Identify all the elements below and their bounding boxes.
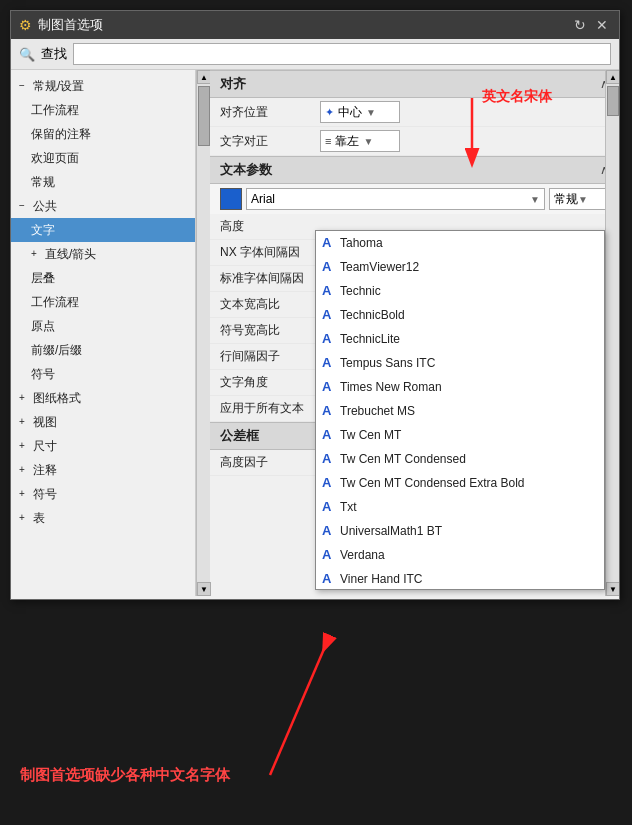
font-item-universalmath1-bt[interactable]: A UniversalMath1 BT: [316, 519, 604, 543]
std-font-gap-label: 标准字体间隔因: [220, 270, 320, 287]
font-list-scroll[interactable]: A Tahoma A TeamViewer12 A Technic A Tech…: [316, 231, 604, 589]
sidebar-item-general-settings[interactable]: − 常规/设置: [11, 74, 195, 98]
font-item-name: Tw Cen MT Condensed Extra Bold: [340, 473, 525, 493]
font-item-technicbold[interactable]: A TechnicBold: [316, 303, 604, 327]
font-item-techniclite[interactable]: A TechnicLite: [316, 327, 604, 351]
sidebar-item-label: 常规/设置: [33, 76, 84, 96]
font-item-technic[interactable]: A Technic: [316, 279, 604, 303]
font-a-icon: A: [322, 377, 336, 397]
alignment-position-label: 对齐位置: [220, 104, 320, 121]
sidebar-item-general[interactable]: 常规: [11, 170, 195, 194]
scroll-down-btn[interactable]: ▼: [606, 582, 619, 596]
font-style-dropdown[interactable]: 常规 ▼: [549, 188, 609, 210]
font-item-name: Times New Roman: [340, 377, 442, 397]
sidebar-item-workflow2[interactable]: 工作流程: [11, 290, 195, 314]
sidebar-item-saved-notes[interactable]: 保留的注释: [11, 122, 195, 146]
font-color-swatch[interactable]: [220, 188, 242, 210]
alignment-position-dropdown[interactable]: ✦ 中心 ▼: [320, 101, 400, 123]
scroll-track: [197, 148, 210, 582]
text-angle-label: 文字角度: [220, 374, 320, 391]
dropdown-arrow-icon: ▼: [530, 194, 540, 205]
scroll-up-btn[interactable]: ▲: [197, 70, 211, 84]
scroll-down-btn[interactable]: ▼: [197, 582, 211, 596]
font-item-tahoma[interactable]: A Tahoma: [316, 231, 604, 255]
font-name-value: Arial: [251, 192, 275, 206]
text-params-section-header: 文本参数 ∧: [210, 156, 619, 184]
sidebar-item-table[interactable]: + 表: [11, 506, 195, 530]
font-a-icon: A: [322, 305, 336, 325]
font-item-name: Tw Cen MT: [340, 425, 401, 445]
sidebar-item-welcome-page[interactable]: 欢迎页面: [11, 146, 195, 170]
sidebar-item-symbol[interactable]: 符号: [11, 362, 195, 386]
expand-icon: +: [19, 388, 31, 408]
sidebar-item-symbol2[interactable]: + 符号: [11, 482, 195, 506]
dropdown-arrow-icon: ▼: [363, 136, 373, 147]
sidebar-item-line-arrow[interactable]: + 直线/箭头: [11, 242, 195, 266]
justify-value: 靠左: [335, 133, 359, 150]
sidebar-item-dimension[interactable]: + 尺寸: [11, 434, 195, 458]
alignment-title: 对齐: [220, 75, 246, 93]
sidebar-item-layer[interactable]: 层叠: [11, 266, 195, 290]
sidebar: − 常规/设置 工作流程 保留的注释 欢迎页面 常规 − 公共 文字: [11, 70, 196, 596]
close-button[interactable]: ✕: [593, 17, 611, 33]
expand-icon: +: [19, 412, 31, 432]
dropdown-arrow-icon: ▼: [366, 107, 376, 118]
search-input[interactable]: [73, 43, 611, 65]
font-a-icon: A: [322, 521, 336, 541]
font-item-tw-cen-mt-condensed-extra-bold[interactable]: A Tw Cen MT Condensed Extra Bold: [316, 471, 604, 495]
font-item-name: Tahoma: [340, 233, 383, 253]
sidebar-item-workflow[interactable]: 工作流程: [11, 98, 195, 122]
sidebar-item-origin[interactable]: 原点: [11, 314, 195, 338]
restore-button[interactable]: ↻: [571, 17, 589, 33]
sidebar-scrollbar[interactable]: ▲ ▼: [196, 70, 210, 596]
font-a-icon: A: [322, 425, 336, 445]
text-justify-dropdown[interactable]: ≡ 靠左 ▼: [320, 130, 400, 152]
annotation-bottom-text: 制图首选项缺少各种中文名字体: [20, 766, 230, 785]
font-item-tempus-sans-itc[interactable]: A Tempus Sans ITC: [316, 351, 604, 375]
sidebar-item-label: 前缀/后缀: [31, 340, 82, 360]
sidebar-item-public[interactable]: − 公共: [11, 194, 195, 218]
font-a-icon: A: [322, 449, 336, 469]
sidebar-item-label: 工作流程: [31, 100, 79, 120]
height-label: 高度: [220, 218, 320, 235]
font-name-dropdown[interactable]: Arial ▼: [246, 188, 545, 210]
font-item-trebuchet-ms[interactable]: A Trebuchet MS: [316, 399, 604, 423]
title-bar: ⚙ 制图首选项 ↻ ✕: [11, 11, 619, 39]
font-item-viner-hand-itc[interactable]: A Viner Hand ITC: [316, 567, 604, 589]
sidebar-item-prefix-suffix[interactable]: 前缀/后缀: [11, 338, 195, 362]
text-justify-label: 文字对正: [220, 133, 320, 150]
font-item-txt[interactable]: A Txt: [316, 495, 604, 519]
sidebar-item-label: 注释: [33, 460, 57, 480]
text-ratio-label: 文本宽高比: [220, 296, 320, 313]
font-item-tw-cen-mt[interactable]: A Tw Cen MT: [316, 423, 604, 447]
scroll-up-btn[interactable]: ▲: [606, 70, 619, 84]
font-a-icon: A: [322, 257, 336, 277]
sidebar-item-label: 公共: [33, 196, 57, 216]
font-item-verdana[interactable]: A Verdana: [316, 543, 604, 567]
font-item-teamviewer12[interactable]: A TeamViewer12: [316, 255, 604, 279]
line-gap-label: 行间隔因子: [220, 348, 320, 365]
font-a-icon: A: [322, 401, 336, 421]
font-item-times-new-roman[interactable]: A Times New Roman: [316, 375, 604, 399]
font-item-name: Technic: [340, 281, 381, 301]
sidebar-item-label: 欢迎页面: [31, 148, 79, 168]
search-label: 查找: [41, 45, 67, 63]
sidebar-item-text[interactable]: 文字: [11, 218, 195, 242]
font-item-tw-cen-mt-condensed[interactable]: A Tw Cen MT Condensed: [316, 447, 604, 471]
font-item-name: Txt: [340, 497, 357, 517]
sidebar-item-annotation[interactable]: + 注释: [11, 458, 195, 482]
sidebar-item-label: 工作流程: [31, 292, 79, 312]
sidebar-item-view[interactable]: + 视图: [11, 410, 195, 434]
sidebar-item-drawing-format[interactable]: + 图纸格式: [11, 386, 195, 410]
font-a-icon: A: [322, 233, 336, 253]
expand-icon: +: [31, 244, 43, 264]
expand-icon: +: [19, 508, 31, 528]
expand-icon: +: [19, 436, 31, 456]
sidebar-item-label: 层叠: [31, 268, 55, 288]
symbol-ratio-label: 符号宽高比: [220, 322, 320, 339]
font-item-name: Tempus Sans ITC: [340, 353, 435, 373]
font-item-name: Trebuchet MS: [340, 401, 415, 421]
font-a-icon: A: [322, 353, 336, 373]
text-justify-control: ≡ 靠左 ▼: [320, 130, 609, 152]
search-icon: 🔍: [19, 47, 35, 62]
